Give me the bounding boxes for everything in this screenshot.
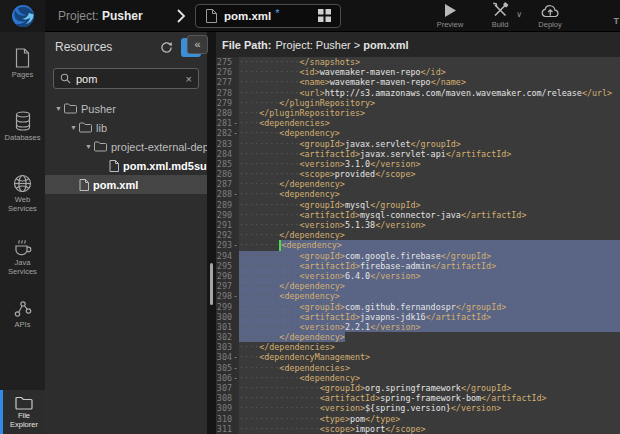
code-line[interactable]: 280····</pluginRepositories> [216, 108, 620, 118]
code-line[interactable]: 286············<scope>provided</scope> [216, 169, 620, 179]
line-number[interactable]: 283 [216, 139, 232, 149]
fold-marker[interactable]: - [232, 363, 239, 373]
line-content[interactable]: ········</dependency> [239, 230, 620, 240]
line-number[interactable]: 285 [216, 159, 232, 169]
line-content[interactable]: ············<groupId>mysql</groupId> [239, 200, 620, 210]
code-line[interactable]: 311················<scope>import</scope> [216, 424, 620, 434]
line-number[interactable]: 276 [216, 67, 232, 77]
code-line[interactable]: 305-········<dependencies> [216, 363, 620, 373]
line-number[interactable]: 293 [216, 240, 232, 250]
line-number[interactable]: 294 [216, 251, 232, 261]
line-content[interactable]: ········<dependency> [239, 128, 620, 138]
tree-item-pom-xml[interactable]: pom.xml [45, 175, 207, 194]
line-content[interactable]: ········<dependency> [239, 291, 620, 301]
tree-item-pom-xml-md5sum[interactable]: pom.xml.md5sum [45, 156, 207, 175]
code-line[interactable]: 301············<version>2.2.1</version> [216, 322, 620, 332]
fold-marker[interactable]: - [232, 373, 239, 383]
line-number[interactable]: 297 [216, 281, 232, 291]
line-content[interactable]: ················<version>${spring.versio… [239, 403, 620, 413]
line-number[interactable]: 275 [216, 57, 232, 67]
line-content[interactable]: ········</pluginRepository> [239, 98, 620, 108]
code-line[interactable]: 284············<artifactId>javax.servlet… [216, 149, 620, 159]
sidebar-item-databases[interactable]: Databases [0, 111, 45, 157]
line-number[interactable]: 311 [216, 424, 232, 434]
code-line[interactable]: 290············<artifactId>mysql-connect… [216, 210, 620, 220]
chevron-down-icon[interactable]: ∨ [516, 10, 522, 19]
code-line[interactable]: 307················<groupId>org.springfr… [216, 383, 620, 393]
line-content[interactable]: ················<groupId>org.springframe… [239, 383, 620, 393]
line-number[interactable]: 278 [216, 88, 232, 98]
fold-marker[interactable]: - [232, 240, 239, 250]
line-content[interactable]: ················<type>pom</type> [239, 414, 620, 424]
line-number[interactable]: 290 [216, 210, 232, 220]
line-number[interactable]: 309 [216, 403, 232, 413]
line-content[interactable]: ············<dependency> [239, 373, 620, 383]
build-button[interactable]: ∨Build [482, 2, 518, 29]
project-breadcrumb[interactable]: Project: Pusher [58, 9, 176, 23]
clear-search-button[interactable]: × [186, 73, 192, 85]
code-line[interactable]: 275············</snapshots> [216, 57, 620, 67]
fold-marker[interactable]: - [232, 291, 239, 301]
grid-view-icon[interactable] [318, 9, 331, 22]
wavemaker-logo[interactable] [0, 0, 45, 32]
line-content[interactable]: ············<url>http://s3.amazonaws.com… [239, 88, 620, 98]
line-number[interactable]: 303 [216, 342, 232, 352]
line-number[interactable]: 304 [216, 352, 232, 362]
fold-marker[interactable]: - [232, 128, 239, 138]
fold-marker[interactable]: - [232, 352, 239, 362]
line-content[interactable]: ············<version>3.1.0</version> [239, 159, 620, 169]
line-number[interactable]: 305 [216, 363, 232, 373]
line-content[interactable]: ····</pluginRepositories> [239, 108, 620, 118]
line-content[interactable]: ············<artifactId>firebase-admin</… [239, 261, 620, 271]
line-content[interactable]: ········<dependency> [239, 189, 620, 199]
line-number[interactable]: 281 [216, 118, 232, 128]
line-content[interactable]: ············<version>5.1.38</version> [239, 220, 620, 230]
tree-item-lib[interactable]: ▼lib [45, 118, 207, 137]
code-line[interactable]: 276············<id>wavemaker-maven-repo<… [216, 67, 620, 77]
code-line[interactable]: 293-········<dependency> [216, 240, 620, 250]
code-line[interactable]: 308················<artifactId>spring-fr… [216, 393, 620, 403]
code-line[interactable]: 294············<groupId>com.google.fireb… [216, 251, 620, 261]
line-number[interactable]: 277 [216, 77, 232, 87]
sidebar-item-pages[interactable]: Pages [0, 48, 45, 94]
code-area[interactable]: 275············</snapshots>276··········… [216, 57, 620, 434]
code-line[interactable]: 288-········<dependency> [216, 189, 620, 199]
line-content[interactable]: ········<dependencies> [239, 363, 620, 373]
tree-item-pusher[interactable]: ▼Pusher [45, 99, 207, 118]
line-number[interactable]: 310 [216, 414, 232, 424]
code-line[interactable]: 306-············<dependency> [216, 373, 620, 383]
line-content[interactable]: ········</dependency> [239, 179, 620, 189]
line-content[interactable]: ············<groupId>com.google.firebase… [239, 251, 620, 261]
line-content[interactable]: ············</snapshots> [239, 57, 620, 67]
code-line[interactable]: 289············<groupId>mysql</groupId> [216, 200, 620, 210]
code-line[interactable]: 283············<groupId>javax.servlet</g… [216, 139, 620, 149]
deploy-button[interactable]: Deploy [532, 2, 568, 29]
line-content[interactable]: ····<dependencyManagement> [239, 352, 620, 362]
line-number[interactable]: 280 [216, 108, 232, 118]
sidebar-item-file-explorer[interactable]: FileExplorer [0, 390, 45, 434]
code-line[interactable]: 297········</dependency> [216, 281, 620, 291]
line-number[interactable]: 308 [216, 393, 232, 403]
code-line[interactable]: 281-····<dependencies> [216, 118, 620, 128]
scrollbar-thumb[interactable] [210, 263, 213, 305]
expand-arrow-icon[interactable]: ▼ [68, 124, 79, 131]
line-number[interactable]: 298 [216, 291, 232, 301]
line-content[interactable]: ············<artifactId>mysql-connector-… [239, 210, 620, 220]
line-content[interactable]: ········</dependency> [239, 332, 620, 342]
line-number[interactable]: 279 [216, 98, 232, 108]
line-number[interactable]: 284 [216, 149, 232, 159]
line-content[interactable]: ············<groupId>com.github.fernando… [239, 302, 620, 312]
code-line[interactable]: 295············<artifactId>firebase-admi… [216, 261, 620, 271]
tree-item-project-external-dependencies[interactable]: ▼project-external-dependencies [45, 137, 207, 156]
line-content[interactable]: ············<artifactId>javapns-jdk16</a… [239, 312, 620, 322]
sidebar-item-apis[interactable]: APIs [0, 300, 45, 346]
code-line[interactable]: 298-········<dependency> [216, 291, 620, 301]
line-content[interactable]: ············<artifactId>javax.servlet-ap… [239, 149, 620, 159]
code-line[interactable]: 287········</dependency> [216, 179, 620, 189]
code-line[interactable]: 302········</dependency> [216, 332, 620, 342]
line-content[interactable]: ············<version>2.2.1</version> [239, 322, 620, 332]
line-number[interactable]: 299 [216, 302, 232, 312]
code-line[interactable]: 296············<version>6.4.0</version> [216, 271, 620, 281]
line-content[interactable]: ············<version>6.4.0</version> [239, 271, 620, 281]
line-number[interactable]: 291 [216, 220, 232, 230]
